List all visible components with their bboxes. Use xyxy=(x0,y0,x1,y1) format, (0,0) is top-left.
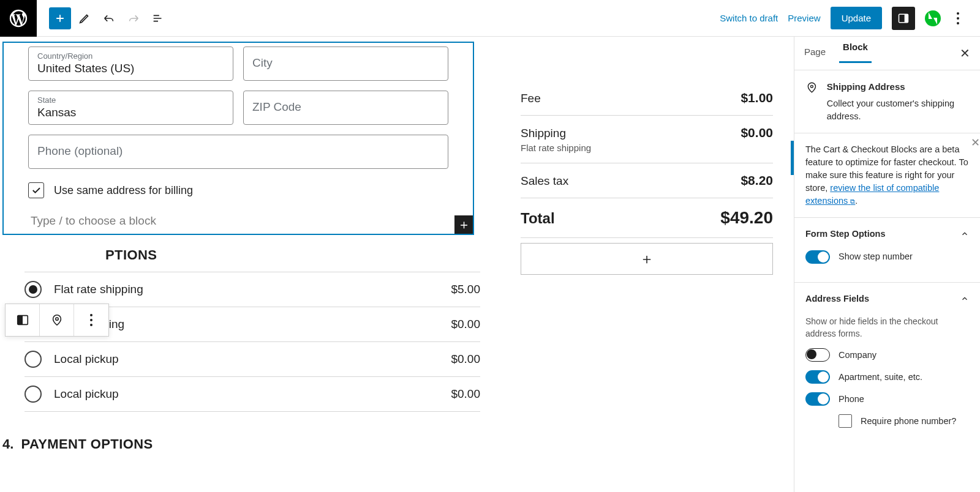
switch-to-draft-link[interactable]: Switch to draft xyxy=(720,13,778,23)
country-field[interactable]: Country/Region United States (US) xyxy=(28,47,233,81)
zip-field[interactable]: ZIP Code xyxy=(243,91,448,125)
editor-top-toolbar: Switch to draft Preview Update xyxy=(0,0,980,37)
shipping-option-row[interactable]: Local pickup$0.00 xyxy=(24,342,480,377)
svg-rect-1 xyxy=(905,14,908,22)
editor-canvas: Country/Region United States (US) City S… xyxy=(0,37,794,492)
order-summary: Fee $1.00 Shipping Flat rate shipping $0… xyxy=(521,81,773,275)
edit-tool-button[interactable] xyxy=(74,7,96,29)
block-description-panel: Shipping Address Collect your customer's… xyxy=(794,70,980,133)
update-button[interactable]: Update xyxy=(831,7,882,29)
beta-notice: ✕ The Cart & Checkout Blocks are a beta … xyxy=(794,133,980,218)
fee-amount: $1.00 xyxy=(741,91,773,105)
address-fields-help: Show or hide fields in the checkout addr… xyxy=(805,315,969,340)
shipping-option-label: Local pickup xyxy=(54,387,119,401)
company-toggle[interactable] xyxy=(805,348,830,362)
tax-label: Sales tax xyxy=(521,174,568,188)
shipping-amount: $0.00 xyxy=(741,125,773,140)
shipping-option-radio[interactable] xyxy=(24,386,42,403)
show-step-number-label: Show step number xyxy=(839,250,913,263)
block-type-icon[interactable] xyxy=(6,304,40,336)
shipping-label: Shipping xyxy=(521,127,566,140)
country-label: Country/Region xyxy=(37,51,224,61)
state-label: State xyxy=(37,95,224,105)
shipping-option-radio[interactable] xyxy=(24,351,42,368)
form-step-options-toggle[interactable]: Form Step Options xyxy=(805,228,969,240)
phone-toggle[interactable] xyxy=(805,392,830,406)
payment-heading-text: PAYMENT OPTIONS xyxy=(21,436,153,452)
undo-button[interactable] xyxy=(98,7,120,29)
block-title: Shipping Address xyxy=(827,80,969,94)
block-inserter-prompt[interactable]: Type / to choose a block xyxy=(31,214,156,228)
shipping-sublabel: Flat rate shipping xyxy=(521,143,591,153)
more-options-button[interactable] xyxy=(951,11,965,26)
apartment-label: Apartment, suite, etc. xyxy=(839,371,922,384)
location-icon[interactable] xyxy=(40,304,74,336)
address-fields-panel: Address Fields Show or hide fields in th… xyxy=(794,283,980,438)
notice-tail: . xyxy=(855,196,858,206)
shipping-option-label: Local pickup xyxy=(54,352,119,366)
total-amount: $49.20 xyxy=(720,208,773,228)
phone-placeholder: Phone (optional) xyxy=(37,144,439,158)
settings-sidebar: Page Block ✕ Shipping Address Collect yo… xyxy=(794,37,980,492)
block-more-options[interactable] xyxy=(74,304,108,336)
fee-label: Fee xyxy=(521,92,541,105)
tax-amount: $8.20 xyxy=(741,173,773,188)
require-phone-label: Require phone number? xyxy=(861,415,956,428)
block-description: Collect your customer's shipping address… xyxy=(827,97,969,123)
step-number-4: 4. xyxy=(2,436,13,452)
phone-toggle-label: Phone xyxy=(839,393,864,406)
shipping-option-price: $5.00 xyxy=(451,283,480,296)
location-icon xyxy=(805,80,818,95)
city-field[interactable]: City xyxy=(243,47,448,81)
address-fields-toggle[interactable]: Address Fields xyxy=(805,293,969,305)
shipping-option-row[interactable]: Local pickup$0.00 xyxy=(24,377,480,412)
add-block-button[interactable] xyxy=(49,7,71,29)
settings-sidebar-toggle[interactable] xyxy=(892,7,915,30)
svg-point-4 xyxy=(55,318,58,320)
zip-placeholder: ZIP Code xyxy=(252,100,439,114)
shipping-option-price: $0.00 xyxy=(451,318,480,331)
shipping-option-row[interactable]: Flat rate shipping$5.00 xyxy=(24,272,480,307)
shipping-option-radio[interactable] xyxy=(24,281,42,298)
city-placeholder: City xyxy=(252,56,439,70)
same-address-checkbox[interactable] xyxy=(28,182,44,198)
shipping-options-heading: PTIONS xyxy=(105,247,480,263)
same-address-label: Use same address for billing xyxy=(54,184,193,197)
svg-point-5 xyxy=(810,85,813,88)
list-view-button[interactable] xyxy=(147,7,169,29)
state-field[interactable]: State Kansas xyxy=(28,91,233,125)
chevron-up-icon xyxy=(960,294,969,303)
shipping-option-label: Flat rate shipping xyxy=(54,283,143,296)
require-phone-checkbox[interactable] xyxy=(839,414,852,428)
block-floating-toolbar xyxy=(5,304,109,337)
svg-rect-3 xyxy=(17,316,22,325)
apartment-toggle[interactable] xyxy=(805,370,830,384)
total-label: Total xyxy=(521,210,555,227)
show-step-number-toggle[interactable] xyxy=(805,250,830,264)
shipping-option-price: $0.00 xyxy=(451,387,480,401)
inline-add-block-button[interactable]: ＋ xyxy=(454,215,473,234)
wordpress-logo[interactable] xyxy=(0,0,37,37)
country-value: United States (US) xyxy=(37,62,224,75)
preview-link[interactable]: Preview xyxy=(788,13,820,23)
summary-add-block-button[interactable]: ＋ xyxy=(521,243,773,275)
redo-button[interactable] xyxy=(123,7,145,29)
state-value: Kansas xyxy=(37,106,224,119)
shipping-option-price: $0.00 xyxy=(451,352,480,366)
phone-field[interactable]: Phone (optional) xyxy=(28,135,448,169)
tab-block[interactable]: Block xyxy=(843,42,868,65)
chevron-up-icon xyxy=(960,229,969,238)
form-step-options-panel: Form Step Options Show step number xyxy=(794,218,980,283)
shipping-address-block[interactable]: Country/Region United States (US) City S… xyxy=(2,42,474,235)
jetpack-icon[interactable] xyxy=(925,10,941,26)
tab-page[interactable]: Page xyxy=(804,47,826,61)
close-sidebar-button[interactable]: ✕ xyxy=(960,46,970,61)
dismiss-notice-button[interactable]: ✕ xyxy=(971,135,980,151)
company-label: Company xyxy=(839,349,876,362)
payment-options-heading: 4. PAYMENT OPTIONS xyxy=(0,412,794,452)
sidebar-tabs: Page Block ✕ xyxy=(794,37,980,70)
